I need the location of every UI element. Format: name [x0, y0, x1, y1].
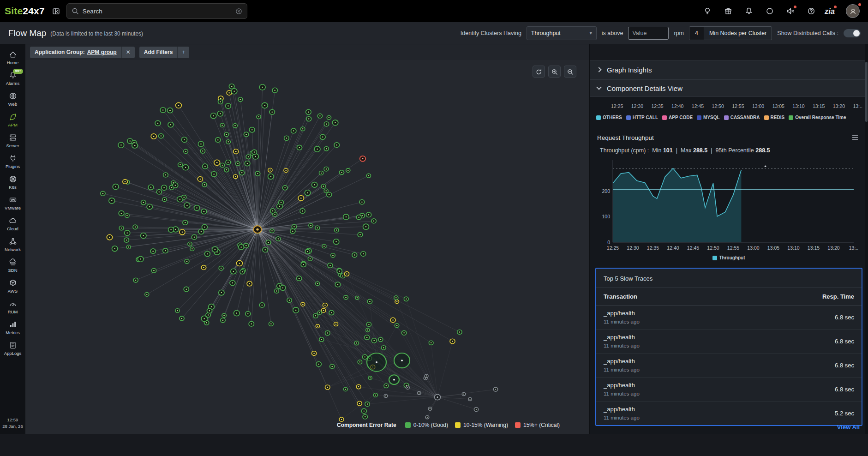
component-details-header[interactable]: Component Details View — [590, 79, 868, 97]
add-filter-plus-icon[interactable]: + — [177, 47, 189, 58]
clear-search-icon[interactable] — [235, 8, 242, 15]
circle-icon[interactable] — [766, 7, 774, 15]
threshold-value-input[interactable] — [628, 27, 669, 40]
collapse-panel-icon[interactable] — [52, 7, 60, 15]
scrollbar-thumb[interactable] — [865, 62, 868, 122]
sidebar-item-sdn[interactable]: SDN — [0, 255, 25, 276]
user-avatar[interactable] — [846, 4, 860, 18]
page-header: Flow Map (Data is limited to the last 30… — [0, 22, 868, 44]
sidebar-item-cloud[interactable]: Cloud — [0, 213, 25, 234]
legend-item-others[interactable]: OTHERS — [596, 115, 622, 120]
sidebar: HomeAlarms99+WebAPMServerPluginsK8sVMwar… — [0, 44, 25, 434]
sidebar-item-vmware[interactable]: VMware — [0, 192, 25, 213]
sidebar-item-metrics[interactable]: Metrics — [0, 317, 25, 338]
min-nodes-input[interactable] — [689, 27, 704, 40]
trace-row[interactable]: _app/health11 minutes ago6.8 sec — [596, 378, 862, 402]
sidebar-item-k8s[interactable]: K8s — [0, 172, 25, 192]
flow-node-core — [247, 313, 249, 314]
filter-value[interactable]: APM group — [87, 49, 117, 55]
scrollbar[interactable] — [865, 44, 868, 434]
server-icon — [9, 133, 17, 142]
flow-node-core — [257, 173, 258, 174]
flow-node-core — [345, 389, 347, 390]
add-filters-chip[interactable]: Add Filters + — [139, 47, 190, 58]
bulb-icon[interactable] — [703, 7, 712, 15]
flow-map-graph[interactable] — [25, 60, 589, 434]
legend-swatch — [789, 115, 793, 120]
flow-node-core — [163, 187, 165, 188]
top-slow-traces-card: Top 5 Slow Traces Transaction Resp. Time… — [595, 268, 862, 426]
distributed-calls-toggle[interactable] — [844, 29, 861, 37]
gift-icon[interactable] — [724, 7, 732, 15]
traces-table-header: Transaction Resp. Time — [596, 288, 862, 306]
legend-item-overall-response-time[interactable]: Overall Response Time — [789, 115, 846, 120]
flow-node-core — [437, 396, 438, 398]
flow-map-canvas[interactable]: Component Error Rate 0-10% (Good)10-15% … — [25, 60, 589, 434]
stat-min: Min 101 — [652, 147, 672, 154]
flow-node-core — [206, 322, 207, 323]
legend-item-app-code[interactable]: APP CODE — [662, 115, 693, 120]
legend-swatch — [724, 115, 729, 120]
legend-item-cassandra[interactable]: CASSANDRA — [724, 115, 760, 120]
sidebar-item-server[interactable]: Server — [0, 130, 25, 151]
cluster-metric-dropdown[interactable]: Throughput ▾ — [527, 26, 597, 40]
sidebar-item-apm[interactable]: APM — [0, 109, 25, 130]
global-search[interactable] — [66, 3, 247, 19]
component-details-body: 12:2512:3012:3512:4012:4512:5012:5513:00… — [590, 97, 868, 434]
flow-node-core — [375, 395, 376, 396]
sidebar-item-network[interactable]: Network — [0, 234, 25, 255]
search-input[interactable] — [83, 8, 232, 15]
trace-row[interactable]: _app/health11 minutes ago6.8 sec — [596, 354, 862, 378]
flow-node-core — [149, 206, 150, 207]
flow-node-core — [226, 134, 227, 135]
sidebar-item-home[interactable]: Home — [0, 47, 25, 68]
trace-row[interactable]: _app/health11 minutes ago6.8 sec — [596, 306, 862, 330]
trace-row[interactable]: _app/health11 minutes ago5.2 sec — [596, 402, 862, 425]
legend-item-throughput[interactable]: Throughput — [712, 255, 745, 260]
sidebar-item-alarms[interactable]: Alarms99+ — [0, 68, 25, 89]
zoom-out-button[interactable] — [564, 66, 576, 78]
refresh-button[interactable] — [533, 66, 545, 78]
bell-icon[interactable] — [745, 7, 753, 15]
axis-label: 13:20 — [833, 103, 845, 109]
sidebar-item-plugins[interactable]: Plugins — [0, 151, 25, 172]
sidebar-item-aws[interactable]: AWS — [0, 276, 25, 296]
flow-node-core — [248, 156, 249, 157]
flow-node-core — [245, 134, 247, 135]
sidebar-item-web[interactable]: Web — [0, 89, 25, 109]
flow-node-core — [308, 118, 310, 119]
flow-node-core — [221, 125, 223, 126]
flow-node-core — [180, 164, 181, 165]
flow-node-core — [368, 324, 370, 325]
remove-filter-icon[interactable]: ✕ — [121, 47, 135, 58]
app-logo[interactable]: Site24x7 — [5, 6, 45, 17]
legend-item-redis[interactable]: REDIS — [764, 115, 785, 120]
zia-logo[interactable]: zia — [825, 7, 835, 16]
flow-node-core — [203, 267, 204, 268]
flow-node-core — [192, 248, 193, 249]
trace-row[interactable]: _app/health11 minutes ago6.8 sec — [596, 330, 862, 354]
flow-node-core — [366, 337, 368, 338]
throughput-chart[interactable]: 010020012:2512:3012:3512:4012:4512:5012:… — [595, 156, 866, 254]
details-panel: Graph Insights Component Details View 12… — [589, 44, 868, 434]
chart-menu-icon[interactable] — [851, 134, 859, 141]
sidebar-item-applogs[interactable]: AppLogs — [0, 338, 25, 359]
legend-item-mysql[interactable]: MYSQL — [697, 115, 720, 120]
col-transaction: Transaction — [604, 293, 637, 300]
flow-node-core — [346, 216, 347, 217]
legend-item-http-call[interactable]: HTTP CALL — [626, 115, 658, 120]
flow-node-core — [271, 112, 273, 113]
help-icon[interactable] — [807, 7, 815, 15]
view-all-link[interactable]: View All — [837, 424, 860, 431]
throughput-section-header: Request Throughput — [590, 134, 868, 141]
distributed-calls-label: Show Distributed Calls : — [777, 30, 838, 36]
flow-node-core — [363, 253, 364, 254]
flow-node-core — [346, 273, 347, 274]
graph-insights-header[interactable]: Graph Insights — [590, 60, 868, 79]
application-group-filter-chip[interactable]: Application Group: APM group ✕ — [30, 47, 135, 58]
flow-node-core — [302, 210, 303, 211]
zoom-in-button[interactable] — [548, 66, 561, 78]
legend-swatch — [712, 256, 717, 260]
sidebar-item-rum[interactable]: RUM — [0, 296, 25, 317]
speaker-muted-icon[interactable] — [786, 7, 795, 15]
